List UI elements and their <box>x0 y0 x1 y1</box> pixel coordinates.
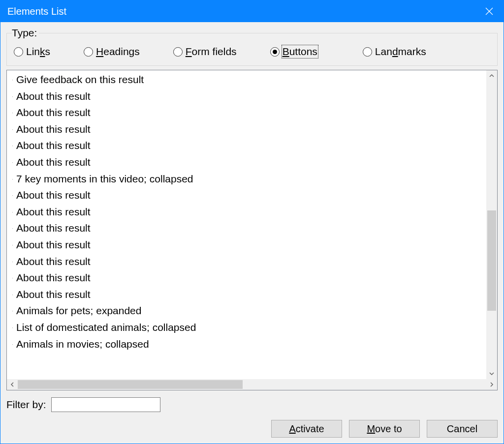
elements-list-wrap: ·Give feedback on this result·About this… <box>6 70 498 390</box>
radio-formfields-label: Form fields <box>186 46 237 58</box>
list-item[interactable]: ·About this result <box>7 269 486 286</box>
list-item-label: Give feedback on this result <box>16 71 144 88</box>
radio-landmarks[interactable]: Landmarks <box>363 46 426 58</box>
activate-button[interactable]: Activate <box>271 420 342 438</box>
radio-icon <box>363 47 372 57</box>
radio-icon <box>84 47 93 57</box>
radio-links-label: Links <box>26 46 50 58</box>
list-item[interactable]: ·About this result <box>7 137 486 154</box>
list-item[interactable]: ·About this result <box>7 220 486 237</box>
filter-row: Filter by: <box>6 390 498 414</box>
list-item-label: About this result <box>16 204 91 220</box>
scroll-right-arrow-icon[interactable] <box>486 379 497 390</box>
hscroll-thumb[interactable] <box>18 380 243 389</box>
scroll-up-arrow-icon[interactable] <box>486 70 497 81</box>
list-item-label: About this result <box>16 220 91 237</box>
list-item-label: About this result <box>16 253 91 270</box>
vscroll-track[interactable] <box>486 81 497 368</box>
radio-icon <box>173 47 183 57</box>
client-area: Type: Links Headings <box>0 22 504 444</box>
list-item-label: Animals for pets; expanded <box>16 302 141 319</box>
radio-buttons-label: Buttons <box>283 46 317 58</box>
tree-connector-icon: · <box>12 154 16 171</box>
list-content: ·Give feedback on this result·About this… <box>7 70 486 379</box>
list-item[interactable]: ·Give feedback on this result <box>7 71 486 88</box>
filter-label: Filter by: <box>6 399 46 411</box>
list-item[interactable]: ·About this result <box>7 253 486 270</box>
window-close-button[interactable] <box>475 0 504 22</box>
list-item[interactable]: ·List of domesticated animals; collapsed <box>7 319 486 336</box>
list-item[interactable]: ·About this result <box>7 154 486 171</box>
list-item[interactable]: ·About this result <box>7 286 486 303</box>
vscroll-thumb[interactable] <box>487 210 496 311</box>
list-item[interactable]: ·About this result <box>7 237 486 253</box>
scroll-down-arrow-icon[interactable] <box>486 368 497 379</box>
tree-connector-icon: · <box>12 72 16 89</box>
elements-listbox[interactable]: ·Give feedback on this result·About this… <box>6 70 498 390</box>
list-item-label: About this result <box>16 137 91 154</box>
radio-landmarks-label: Landmarks <box>375 46 426 58</box>
tree-connector-icon: · <box>12 303 16 320</box>
tree-connector-icon: · <box>12 204 16 221</box>
list-item-label: Animals in movies; collapsed <box>16 336 149 353</box>
scroll-left-arrow-icon[interactable] <box>7 379 18 390</box>
list-item[interactable]: ·Animals for pets; expanded <box>7 302 486 319</box>
tree-connector-icon: · <box>12 138 16 154</box>
list-item[interactable]: ·Animals in movies; collapsed <box>7 336 486 353</box>
tree-connector-icon: · <box>12 121 16 138</box>
tree-connector-icon: · <box>12 320 16 336</box>
list-item-label: About this result <box>16 121 91 138</box>
vertical-scrollbar[interactable] <box>486 70 497 379</box>
list-item[interactable]: ·About this result <box>7 104 486 121</box>
tree-connector-icon: · <box>12 105 16 121</box>
tree-connector-icon: · <box>12 270 16 287</box>
filter-input[interactable] <box>51 397 160 412</box>
list-item-label: List of domesticated animals; collapsed <box>16 319 196 336</box>
type-legend: Type: <box>12 27 39 39</box>
list-item-label: About this result <box>16 237 91 253</box>
radio-links[interactable]: Links <box>14 46 50 58</box>
list-view: ·Give feedback on this result·About this… <box>7 70 497 379</box>
window-title: Elements List <box>7 6 66 17</box>
list-item-label: About this result <box>16 154 91 171</box>
tree-connector-icon: · <box>12 254 16 270</box>
type-radios: Links Headings Form fields <box>12 43 492 58</box>
list-item[interactable]: ·About this result <box>7 187 486 204</box>
radio-icon <box>270 47 280 57</box>
type-groupbox: Type: Links Headings <box>6 27 498 66</box>
horizontal-scrollbar[interactable] <box>7 379 497 390</box>
tree-connector-icon: · <box>12 187 16 204</box>
hscroll-track[interactable] <box>18 379 486 390</box>
close-icon <box>485 7 493 15</box>
tree-connector-icon: · <box>12 237 16 254</box>
list-item-label: About this result <box>16 88 91 105</box>
tree-connector-icon: · <box>12 171 16 188</box>
radio-headings-label: Headings <box>96 46 140 58</box>
radio-headings[interactable]: Headings <box>84 46 140 58</box>
list-item[interactable]: ·About this result <box>7 121 486 138</box>
radio-icon <box>14 47 23 57</box>
dialog-window: Elements List Type: Links <box>0 0 504 444</box>
moveto-button[interactable]: Move to <box>349 420 420 438</box>
radio-buttons[interactable]: Buttons <box>270 46 317 58</box>
titlebar: Elements List <box>0 0 504 22</box>
list-item-label: About this result <box>16 269 91 286</box>
list-item-label: About this result <box>16 286 91 303</box>
tree-connector-icon: · <box>12 336 16 353</box>
list-item-label: About this result <box>16 187 91 204</box>
radio-formfields[interactable]: Form fields <box>173 46 237 58</box>
list-item[interactable]: ·7 key moments in this video; collapsed <box>7 171 486 187</box>
list-item[interactable]: ·About this result <box>7 88 486 105</box>
action-button-row: Activate Move to Cancel <box>6 414 498 438</box>
tree-connector-icon: · <box>12 287 16 303</box>
list-item-label: About this result <box>16 104 91 121</box>
list-item-label: 7 key moments in this video; collapsed <box>16 171 193 187</box>
tree-connector-icon: · <box>12 89 16 105</box>
cancel-button[interactable]: Cancel <box>427 420 498 438</box>
tree-connector-icon: · <box>12 220 16 237</box>
list-item[interactable]: ·About this result <box>7 204 486 220</box>
